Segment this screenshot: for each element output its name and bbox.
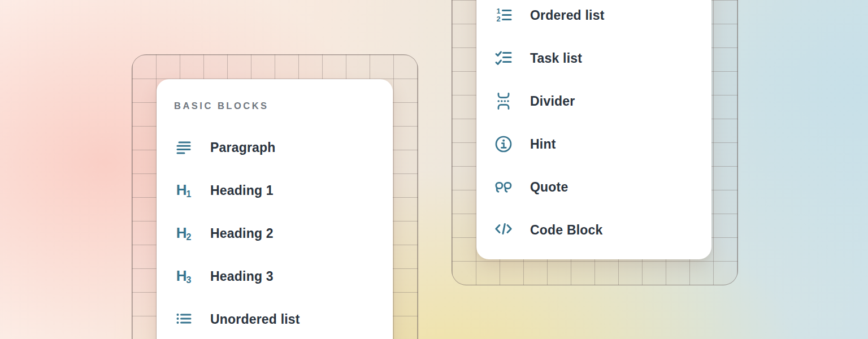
heading-3-icon: H3 (174, 267, 193, 286)
background-canvas: BASIC BLOCKS ParagraphH1Heading 1H2Headi… (0, 0, 868, 339)
menu-item-heading-2[interactable]: H2Heading 2 (157, 212, 393, 255)
menu-item-quote[interactable]: Quote (476, 166, 711, 208)
menu-item-code-block[interactable]: Code Block (476, 208, 711, 251)
svg-text:2: 2 (497, 15, 501, 23)
divider-icon (494, 92, 513, 111)
menu-item-label: Divider (530, 94, 575, 109)
menu-item-label: Task list (530, 51, 582, 66)
menu-item-label: Hint (530, 137, 556, 152)
quote-icon (494, 177, 513, 197)
ordered-list-icon: 12 (494, 6, 513, 25)
menu-item-heading-1[interactable]: H1Heading 1 (157, 169, 393, 212)
code-block-icon (494, 220, 513, 240)
menu-item-ordered-list[interactable]: 12Ordered list (476, 0, 711, 37)
paragraph-icon (174, 138, 193, 157)
menu-item-label: Code Block (530, 223, 603, 238)
blocks-item-list-continued: 12Ordered listTask listDividerHintQuoteC… (476, 0, 711, 251)
menu-item-label: Unordered list (210, 312, 300, 327)
heading-1-icon: H1 (174, 181, 193, 200)
menu-item-label: Heading 3 (210, 269, 274, 284)
menu-item-label: Heading 1 (210, 183, 274, 198)
menu-item-label: Quote (530, 180, 568, 195)
menu-item-label: Paragraph (210, 140, 276, 155)
menu-item-task-list[interactable]: Task list (476, 37, 711, 80)
menu-item-label: Heading 2 (210, 226, 274, 241)
menu-item-label: Ordered list (530, 8, 605, 23)
hint-icon (494, 134, 513, 154)
menu-item-paragraph[interactable]: Paragraph (157, 126, 393, 169)
svg-text:1: 1 (497, 7, 501, 15)
blocks-menu-panel-continued: 12Ordered listTask listDividerHintQuoteC… (476, 0, 711, 259)
menu-item-hint[interactable]: Hint (476, 123, 711, 166)
basic-blocks-menu-panel: BASIC BLOCKS ParagraphH1Heading 1H2Headi… (157, 79, 393, 339)
basic-blocks-item-list: ParagraphH1Heading 1H2Heading 2H3Heading… (157, 126, 393, 339)
menu-item-divider[interactable]: Divider (476, 80, 711, 123)
menu-item-unordered-list[interactable]: Unordered list (157, 298, 393, 339)
menu-item-heading-3[interactable]: H3Heading 3 (157, 255, 393, 298)
task-list-icon (494, 49, 513, 68)
unordered-list-icon (174, 310, 193, 329)
heading-2-icon: H2 (174, 224, 193, 243)
section-label-basic-blocks: BASIC BLOCKS (157, 99, 393, 112)
